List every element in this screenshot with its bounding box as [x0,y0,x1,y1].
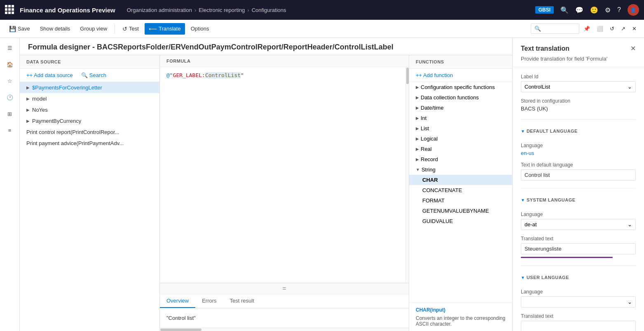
tree-item-label: NoYes [32,107,48,113]
tree-item-payments[interactable]: ▶ $PaymentsForCoveringLetter [20,82,159,93]
options-button[interactable]: Options [187,23,213,34]
org-badge: GBSI [535,6,554,14]
sidebar-workspaces-icon[interactable]: ⊞ [3,107,16,120]
breadcrumb: Organization administration › Electronic… [127,7,532,13]
func-datetime[interactable]: ▶ Date/time [409,103,512,113]
default-text-input[interactable] [521,169,636,181]
show-details-button[interactable]: Show details [36,23,75,34]
default-lang-label: Language [521,143,636,148]
func-guidvalue[interactable]: GUIDVALUE [409,216,512,226]
system-lang-group: Language de-at ⌄ [521,211,636,230]
system-translated-input[interactable] [521,243,636,254]
default-lang-value: en-us [521,150,636,156]
tree-item-noyes[interactable]: ▶ NoYes [20,104,159,115]
collapse-icon[interactable]: ▼ [521,275,525,280]
page-header: Formula designer - BACSReportsFolder/ERV… [20,38,512,55]
user-translated-input[interactable] [521,321,636,331]
func-logical[interactable]: ▶ Logical [409,134,512,144]
default-text-label: Text in default language [521,162,636,168]
save-icon: 💾 [9,26,16,32]
collapse-icon[interactable]: ▼ [521,129,525,134]
formula-control: ControlList [205,72,241,78]
sidebar-recent-icon[interactable]: 🕐 [3,91,16,104]
sidebar-menu-icon[interactable]: ☰ [3,41,16,54]
func-body: Converts an integer to the corresponding… [416,315,506,327]
func-int[interactable]: ▶ Int [409,113,512,123]
scrollbar-thumb[interactable] [406,68,409,84]
add-icon: + [26,72,30,78]
collapse-icon[interactable]: ▼ [521,198,525,202]
test-button[interactable]: ↺ Test [118,23,143,35]
add-function-button[interactable]: + + Add function [409,69,512,82]
toolbar-detach-button[interactable]: ↗ [618,24,628,33]
user-lang-section-title: USER LANGUAGE [527,275,569,280]
tab-test-result[interactable]: Test result [223,294,261,308]
toolbar-search-input[interactable] [543,26,576,32]
chevron-right-icon: ▶ [416,116,419,120]
tree-item-label: Print control report(PrintControlRepor..… [26,129,119,135]
search-icon[interactable]: 🔍 [560,6,569,14]
save-button[interactable]: 💾 Save [5,23,34,35]
help-icon[interactable]: ? [617,6,621,14]
toolbar-close-button[interactable]: ✕ [630,24,639,33]
func-concatenate[interactable]: CONCATENATE [409,185,512,195]
close-panel-button[interactable]: ✕ [630,45,636,52]
breadcrumb-config[interactable]: Configurations [252,7,286,13]
bottom-scrollbar[interactable] [160,328,409,331]
tab-errors[interactable]: Errors [195,294,223,308]
formula-header: FORMULA [160,55,409,67]
tree-item-print-control[interactable]: Print control report(PrintControlRepor..… [20,127,159,138]
func-real[interactable]: ▶ Real [409,144,512,154]
func-record[interactable]: ▶ Record [409,154,512,164]
formula-equals: = [160,283,409,294]
emoji-icon[interactable]: 🙂 [590,6,598,14]
sidebar-favorites-icon[interactable]: ☆ [3,74,16,87]
group-view-button[interactable]: Group view [76,23,111,34]
formula-label: GER_LABEL: [173,72,205,78]
func-format[interactable]: FORMAT [409,195,512,206]
sidebar-modules-icon[interactable]: ≡ [3,124,16,137]
toolbar-pin-button[interactable]: 📌 [581,24,592,33]
tree-item-model[interactable]: ▶ model [20,93,159,104]
user-lang-label: Language [521,289,636,295]
toolbar-search: 🔍 [531,23,579,34]
func-description: CHAR(input) Converts an integer to the c… [409,303,512,331]
translate-icon: ⟵ [149,26,157,32]
functions-tree: ▶ Configuration specific functions ▶ Dat… [409,82,512,303]
system-translated-group: Translated text [521,236,636,258]
func-getenumvaluebyname[interactable]: GETENUMVALUEBYNAME [409,206,512,216]
func-data-collection[interactable]: ▶ Data collection functions [409,92,512,103]
add-function-icon: + [416,72,419,78]
horizontal-scrollbar-thumb[interactable] [160,329,201,331]
chevron-right-icon: ▶ [416,126,419,131]
func-string[interactable]: ▼ String [409,164,512,175]
tree-item-payment-by-currency[interactable]: ▶ PaymentByCurrency [20,115,159,127]
tree-item-print-payment[interactable]: Print payment advice(PrintPaymentAdv... [20,138,159,149]
formula-editor[interactable]: @"GER_LABEL:ControlList" [160,67,409,283]
chevron-right-icon: ▶ [416,106,419,110]
tab-overview[interactable]: Overview [160,294,195,308]
label-id-dropdown[interactable]: ControlList ⌄ [521,81,636,92]
sidebar-home-icon[interactable]: 🏠 [3,58,16,71]
search-toolbar-icon: 🔍 [534,26,541,32]
notifications-icon[interactable]: 💬 [575,6,583,14]
avatar[interactable]: 👤 [628,4,639,16]
add-data-source-button[interactable]: + + Add data source 🔍 Search [20,69,159,82]
func-list[interactable]: ▶ List [409,123,512,134]
formula-panel: FORMULA @"GER_LABEL:ControlList" = Overv… [160,55,409,331]
divider-1 [521,119,636,120]
system-lang-dropdown[interactable]: de-at ⌄ [521,219,636,230]
user-lang-dropdown[interactable]: ⌄ [521,296,636,308]
apps-icon[interactable] [5,5,15,15]
scrollbar-track [405,67,409,283]
translate-button[interactable]: ⟵ Translate [145,23,185,35]
settings-icon[interactable]: ⚙ [605,6,611,14]
func-config-specific[interactable]: ▶ Configuration specific functions [409,82,512,92]
toolbar-refresh-button[interactable]: ↺ [607,24,617,33]
user-translated-group: Translated text [521,313,636,331]
label-id-label: Label Id [521,74,636,80]
func-char[interactable]: CHAR [409,175,512,185]
breadcrumb-er[interactable]: Electronic reporting [199,7,245,13]
breadcrumb-org[interactable]: Organization administration [127,7,192,13]
toolbar-expand-button[interactable]: ⬜ [594,24,606,33]
